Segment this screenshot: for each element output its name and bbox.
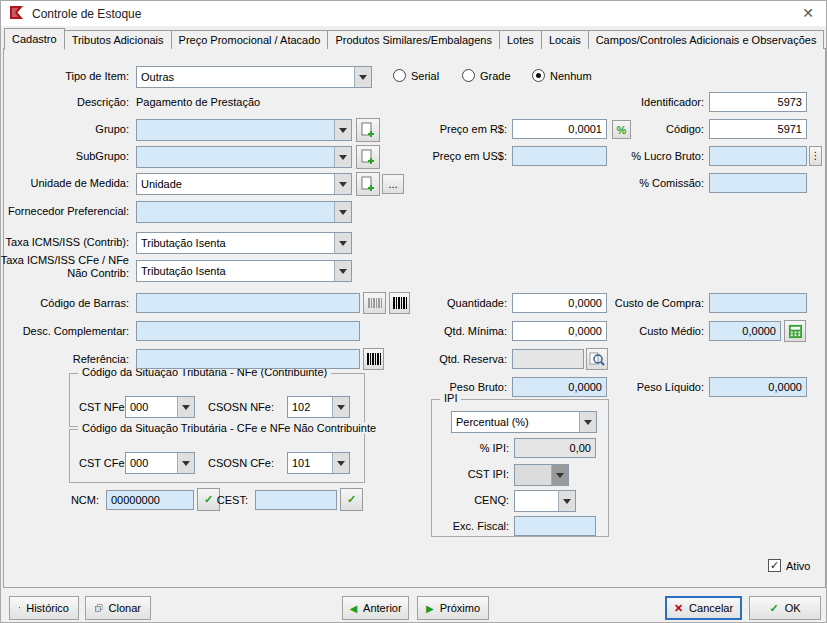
radio-grade[interactable]: Grade [462, 69, 511, 82]
peso-liquido-field[interactable]: 0,0000 [709, 377, 807, 397]
cst-nfe-select[interactable]: 000 [125, 396, 195, 418]
identificador-field[interactable]: 5973 [709, 92, 807, 112]
taxa-contrib-value: Tributação Isenta [137, 233, 334, 253]
ipi-tipo-value: Percentual (%) [452, 412, 579, 432]
unidade-medida-value: Unidade [137, 174, 334, 194]
clonar-button[interactable]: Clonar [85, 596, 151, 620]
ativo-checkbox[interactable]: ✓ Ativo [768, 559, 810, 572]
ipi-tipo-select[interactable]: Percentual (%) [451, 411, 597, 433]
qtd-minima-field[interactable]: 0,0000 [512, 321, 607, 341]
cancelar-button[interactable]: ✕ Cancelar [665, 596, 742, 620]
tab-preco-promocional[interactable]: Preço Promocional / Atacado [171, 30, 329, 49]
doc-plus-icon [360, 176, 376, 192]
chevron-down-icon [334, 120, 351, 140]
barcode-gray-icon [368, 296, 382, 310]
lucro-bruto-field[interactable] [709, 146, 807, 166]
chevron-down-icon [177, 397, 194, 417]
codigo-field[interactable]: 5971 [709, 119, 807, 139]
referencia-field[interactable] [136, 349, 360, 369]
ncm-field[interactable]: 00000000 [106, 490, 194, 510]
exc-fiscal-field[interactable] [514, 516, 596, 536]
tab-locais[interactable]: Locais [541, 30, 589, 49]
desc-complementar-field[interactable] [136, 321, 360, 341]
cst-cfe-label: CST CFe: [79, 457, 128, 469]
custo-medio-label: Custo Médio: [639, 325, 704, 337]
taxa-nao-contrib-select[interactable]: Tributação Isenta [136, 260, 352, 282]
exc-fiscal-label: Exc. Fiscal: [453, 520, 509, 532]
unidade-medida-select[interactable]: Unidade [136, 173, 352, 195]
chevron-down-icon [334, 233, 351, 253]
tab-campos-adicionais[interactable]: Campos/Controles Adicionais e Observaçõe… [588, 30, 825, 49]
fornecedor-select[interactable] [136, 201, 352, 223]
subgrupo-select[interactable] [136, 146, 352, 168]
barcode-icon [393, 296, 407, 310]
taxa-contrib-select[interactable]: Tributação Isenta [136, 232, 352, 254]
window-title: Controle de Estoque [32, 7, 141, 21]
chevron-down-icon [579, 412, 596, 432]
fornecedor-label: Fornecedor Preferencial: [8, 205, 129, 217]
grupo-select[interactable] [136, 119, 352, 141]
percent-icon: % [617, 124, 627, 136]
cest-validate-button[interactable]: ✓ [340, 488, 363, 511]
cest-label: CEST: [217, 494, 248, 506]
check-icon: ✓ [204, 493, 213, 506]
proximo-label: Próximo [440, 602, 480, 614]
ipi-groupbox-title: IPI [440, 392, 461, 404]
tab-produtos-similares[interactable]: Produtos Similares/Embalagens [327, 30, 500, 49]
peso-bruto-field[interactable]: 0,0000 [512, 377, 607, 397]
radio-grade-label: Grade [480, 70, 511, 82]
taxa-contrib-label: Taxa ICMS/ISS (Contrib): [6, 236, 129, 248]
arrow-left-icon: ◀ [349, 603, 357, 614]
doc-plus-icon [360, 149, 376, 165]
ok-button[interactable]: ✓ OK [749, 596, 821, 620]
csosn-nfe-select[interactable]: 102 [287, 396, 350, 418]
custo-medio-calc-button[interactable] [784, 320, 806, 342]
ok-check-icon: ✓ [769, 602, 778, 615]
cenq-select[interactable] [514, 490, 576, 512]
codigo-barras-field[interactable] [136, 293, 360, 313]
barcode-scan-button[interactable] [363, 292, 386, 314]
cest-field[interactable] [255, 490, 337, 510]
custo-compra-field[interactable] [709, 293, 807, 313]
close-button[interactable]: ✕ [802, 5, 814, 21]
tab-lotes[interactable]: Lotes [499, 30, 542, 49]
doc-plus-icon [360, 122, 376, 138]
barcode-generate-button[interactable] [389, 292, 410, 314]
referencia-barcode-button[interactable] [363, 348, 384, 370]
percent-calc-button[interactable]: % [612, 120, 631, 139]
ativo-label: Ativo [786, 560, 810, 572]
descricao-value: Pagamento de Prestação [136, 96, 260, 108]
lucro-options-button[interactable]: ⋮ [809, 146, 822, 166]
historico-button[interactable]: Histórico [9, 596, 79, 620]
radio-serial-label: Serial [411, 70, 439, 82]
custo-medio-field[interactable]: 0,0000 [709, 321, 781, 341]
proximo-button[interactable]: ▶ Próximo [417, 596, 489, 620]
chevron-down-icon [334, 202, 351, 222]
cst-nfe-label: CST NFe: [79, 401, 128, 413]
cst-ipi-select[interactable] [514, 464, 569, 486]
add-subgrupo-button[interactable] [356, 145, 380, 169]
ipi-pct-label: % IPI: [480, 442, 509, 454]
tipo-item-select[interactable]: Outras [136, 66, 372, 88]
unidade-more-button[interactable]: ... [382, 174, 404, 194]
preco-rs-field[interactable]: 0,0001 [512, 119, 607, 139]
qtd-reserva-search-button[interactable] [586, 348, 608, 370]
radio-serial[interactable]: Serial [393, 69, 439, 82]
cst-cfe-select[interactable]: 000 [125, 452, 195, 474]
add-unidade-button[interactable] [356, 172, 380, 196]
anterior-label: Anterior [363, 602, 402, 614]
quantidade-field[interactable]: 0,0000 [512, 293, 607, 313]
tab-cadastro[interactable]: Cadastro [4, 28, 65, 50]
qtd-reserva-field [512, 349, 584, 369]
ipi-pct-field: 0,00 [514, 438, 596, 458]
anterior-button[interactable]: ◀ Anterior [342, 596, 409, 620]
comissao-field[interactable] [709, 173, 807, 193]
preco-uss-field[interactable] [512, 146, 607, 166]
csosn-cfe-select[interactable]: 101 [287, 452, 350, 474]
peso-liquido-label: Peso Líquido: [637, 381, 704, 393]
radio-nenhum[interactable]: Nenhum [532, 69, 592, 82]
search-icon [589, 351, 605, 367]
tab-tributos-adicionais[interactable]: Tributos Adicionais [64, 30, 172, 49]
add-grupo-button[interactable] [356, 118, 380, 142]
identificador-label: Identificador: [641, 96, 704, 108]
